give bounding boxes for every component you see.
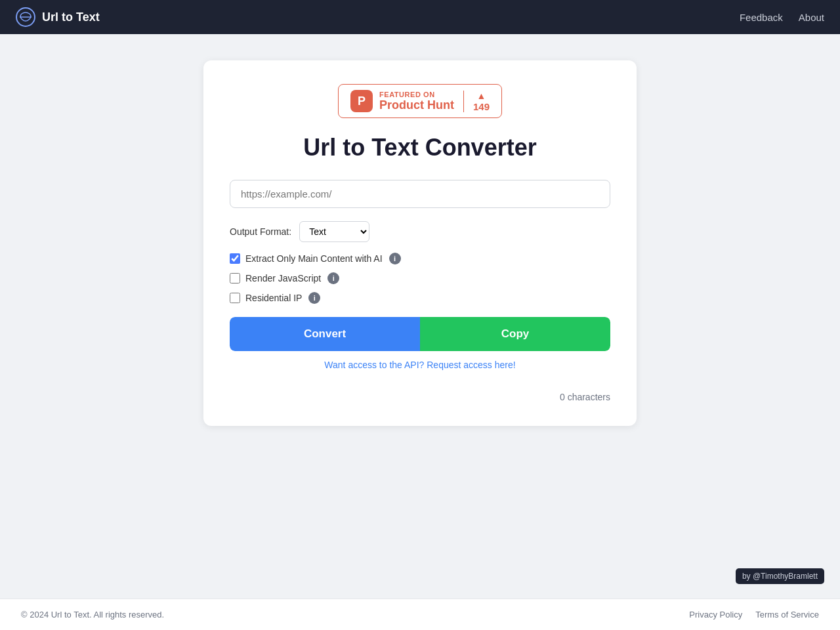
action-buttons: Convert Copy [230,317,610,351]
terms-of-service-link[interactable]: Terms of Service [755,610,819,620]
footer: © 2024 Url to Text. All rights reserved.… [0,598,840,630]
extract-ai-label: Extract Only Main Content with AI [245,253,383,264]
render-js-checkbox[interactable] [230,273,240,284]
privacy-policy-link[interactable]: Privacy Policy [689,610,742,620]
about-link[interactable]: About [799,12,824,23]
ph-triangle: ▲ [477,91,486,101]
ph-product-hunt: Product Hunt [379,98,454,112]
main-content: P FEATURED ON Product Hunt ▲ 149 Url to … [0,34,840,598]
page-title: Url to Text Converter [230,134,610,161]
ph-text: FEATURED ON Product Hunt [379,91,454,112]
residential-ip-info-icon[interactable]: i [308,292,320,304]
render-js-info-icon[interactable]: i [327,272,339,284]
ph-featured-on: FEATURED ON [379,91,454,98]
api-link-container: Want access to the API? Request access h… [230,359,610,371]
navbar: Url to Text Feedback About [0,0,840,34]
main-card: P FEATURED ON Product Hunt ▲ 149 Url to … [203,60,637,426]
brand: Url to Text [16,7,100,27]
extract-ai-checkbox[interactable] [230,253,240,264]
extract-ai-row: Extract Only Main Content with AI i [230,253,610,264]
ph-count: 149 [473,101,490,112]
output-format-label: Output Format: [230,226,291,237]
render-js-label: Render JavaScript [245,273,321,284]
ph-logo: P [350,90,373,112]
output-format-row: Output Format: Text Markdown HTML [230,221,610,242]
nav-links: Feedback About [740,12,824,23]
ph-badge-container: P FEATURED ON Product Hunt ▲ 149 [230,84,610,118]
convert-button[interactable]: Convert [230,317,420,351]
output-format-select[interactable]: Text Markdown HTML [299,221,369,242]
attribution-badge: by @TimothyBramlett [736,568,824,584]
render-js-row: Render JavaScript i [230,272,610,284]
feedback-link[interactable]: Feedback [740,12,783,23]
char-count: 0 characters [230,392,610,402]
api-link[interactable]: Want access to the API? Request access h… [324,360,515,370]
copy-button[interactable]: Copy [420,317,610,351]
footer-copyright: © 2024 Url to Text. All rights reserved. [21,610,164,620]
footer-links: Privacy Policy Terms of Service [689,610,819,620]
brand-label: Url to Text [42,10,100,24]
residential-ip-checkbox[interactable] [230,293,240,303]
ph-badge[interactable]: P FEATURED ON Product Hunt ▲ 149 [338,84,502,118]
ph-upvote: ▲ 149 [463,91,490,112]
url-input[interactable] [230,180,610,208]
extract-ai-info-icon[interactable]: i [389,253,401,264]
residential-ip-row: Residential IP i [230,292,610,304]
brand-icon [16,7,35,27]
residential-ip-label: Residential IP [245,293,302,303]
